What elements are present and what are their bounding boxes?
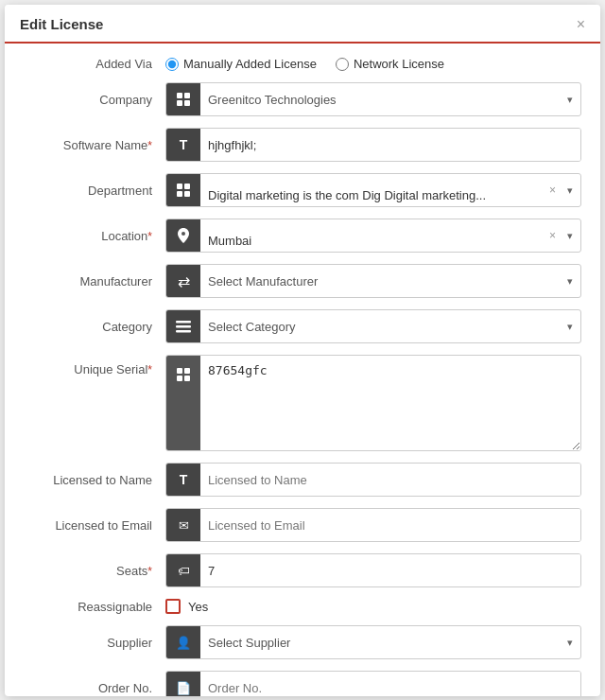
reassignable-checkbox-group: Yes — [165, 599, 208, 614]
reassignable-control: Yes — [165, 599, 581, 614]
software-name-icon: T — [166, 129, 200, 161]
unique-serial-label: Unique Serial* — [24, 355, 165, 376]
company-label: Company — [24, 93, 165, 107]
location-label: Location* — [24, 229, 165, 243]
seats-label: Seats* — [24, 564, 165, 578]
svg-rect-11 — [176, 325, 191, 328]
software-name-control: T — [165, 128, 581, 162]
order-no-icon: 📄 — [166, 672, 200, 696]
supplier-select[interactable]: Select Supplier — [200, 626, 560, 658]
category-row: Category Select Category ▾ — [24, 309, 581, 343]
manufacturer-dropdown-arrow: ▾ — [560, 275, 580, 288]
licensed-to-email-row: Licensed to Email ✉ — [24, 508, 581, 542]
unique-serial-textarea-group: 87654gfc — [165, 355, 581, 451]
software-name-required: * — [147, 139, 152, 152]
category-control: Select Category ▾ — [165, 309, 581, 343]
reassignable-checkbox[interactable] — [165, 599, 181, 614]
svg-rect-6 — [177, 191, 182, 197]
added-via-radio-group: Manually Added License Network License — [165, 57, 444, 71]
unique-serial-textarea[interactable]: 87654gfc — [200, 356, 580, 450]
company-dropdown-arrow: ▾ — [560, 94, 580, 106]
supplier-icon: 👤 — [166, 626, 200, 658]
supplier-select-group: 👤 Select Supplier ▾ — [165, 625, 581, 659]
location-dropdown-arrow: ▾ — [560, 230, 580, 242]
manufacturer-select[interactable]: Select Manufacturer — [200, 265, 560, 297]
company-control: Greenitco Technologies ▾ — [165, 82, 581, 116]
company-row: Company Greenitco Technologies ▾ — [24, 82, 581, 116]
category-label: Category — [24, 320, 165, 334]
close-button[interactable]: × — [577, 17, 585, 32]
company-select-group: Greenitco Technologies ▾ — [165, 82, 581, 116]
supplier-row: Supplier 👤 Select Supplier ▾ — [24, 625, 581, 659]
reassignable-yes-label: Yes — [188, 600, 208, 614]
department-dropdown-arrow: ▾ — [560, 184, 580, 197]
licensed-to-email-input-group: ✉ — [165, 508, 581, 542]
licensed-to-name-input-group: T — [165, 463, 581, 497]
software-name-input-group: T — [165, 128, 581, 162]
svg-rect-0 — [177, 93, 182, 98]
svg-rect-14 — [184, 368, 190, 374]
svg-rect-3 — [184, 100, 190, 106]
network-license-radio[interactable] — [336, 58, 349, 71]
manually-added-radio[interactable] — [165, 58, 179, 71]
seats-icon: 🏷 — [166, 554, 200, 586]
licensed-to-name-control: T — [165, 463, 581, 497]
order-no-input[interactable] — [200, 672, 580, 696]
svg-rect-13 — [177, 368, 182, 374]
manually-added-label: Manually Added License — [183, 57, 317, 71]
licensed-to-name-input[interactable] — [200, 464, 580, 496]
modal-body: Added Via Manually Added License Network… — [5, 44, 600, 696]
manufacturer-row: Manufacturer ⇄ Select Manufacturer ▾ — [24, 264, 581, 298]
supplier-dropdown-arrow: ▾ — [560, 637, 580, 649]
location-clear[interactable]: × — [545, 229, 560, 242]
software-name-input[interactable] — [200, 129, 580, 161]
order-no-control: 📄 — [165, 671, 581, 696]
location-select-group: Mumbai × ▾ — [165, 219, 581, 253]
svg-point-9 — [182, 232, 185, 236]
svg-rect-2 — [177, 100, 182, 106]
svg-rect-7 — [184, 191, 190, 197]
department-value: Digital marketing is the com Dig Digital… — [200, 174, 545, 206]
order-no-row: Order No. 📄 — [24, 671, 581, 696]
edit-license-modal: Edit License × Added Via Manually Added … — [5, 5, 600, 696]
added-via-control: Manually Added License Network License — [165, 57, 581, 71]
company-select[interactable]: Greenitco Technologies — [200, 83, 560, 115]
category-select[interactable]: Select Category — [200, 310, 560, 342]
svg-rect-5 — [184, 184, 190, 189]
reassignable-row: Reassignable Yes — [24, 599, 581, 614]
manufacturer-icon: ⇄ — [166, 265, 200, 297]
licensed-to-name-label: Licensed to Name — [24, 473, 165, 487]
svg-rect-4 — [177, 184, 182, 189]
software-name-row: Software Name* T — [24, 128, 581, 162]
svg-rect-1 — [184, 93, 190, 98]
location-icon — [166, 219, 200, 252]
supplier-label: Supplier — [24, 636, 165, 650]
category-dropdown-arrow: ▾ — [560, 321, 580, 333]
network-license-option[interactable]: Network License — [336, 57, 444, 71]
department-clear[interactable]: × — [545, 184, 560, 197]
unique-serial-icon — [166, 356, 200, 450]
manufacturer-control: ⇄ Select Manufacturer ▾ — [165, 264, 581, 298]
licensed-to-email-input[interactable] — [200, 509, 580, 541]
svg-rect-15 — [177, 376, 182, 381]
modal-title: Edit License — [20, 16, 103, 32]
location-value: Mumbai — [200, 219, 545, 252]
seats-row: Seats* 🏷 — [24, 553, 581, 587]
department-row: Department Digital marketing is the com … — [24, 173, 581, 207]
supplier-control: 👤 Select Supplier ▾ — [165, 625, 581, 659]
reassignable-label: Reassignable — [24, 600, 165, 614]
location-control: Mumbai × ▾ — [165, 219, 581, 253]
unique-serial-row: Unique Serial* 87654gfc — [24, 355, 581, 451]
licensed-to-name-row: Licensed to Name T — [24, 463, 581, 497]
licensed-to-email-label: Licensed to Email — [24, 518, 165, 533]
licensed-to-email-control: ✉ — [165, 508, 581, 542]
seats-input[interactable] — [200, 554, 580, 586]
text-icon: T — [180, 137, 188, 152]
added-via-label: Added Via — [24, 57, 165, 71]
manually-added-option[interactable]: Manually Added License — [165, 57, 317, 71]
location-row: Location* Mumbai × ▾ — [24, 219, 581, 253]
category-icon — [166, 310, 200, 342]
department-icon — [166, 174, 200, 206]
svg-rect-10 — [176, 321, 191, 324]
svg-rect-16 — [184, 376, 190, 381]
